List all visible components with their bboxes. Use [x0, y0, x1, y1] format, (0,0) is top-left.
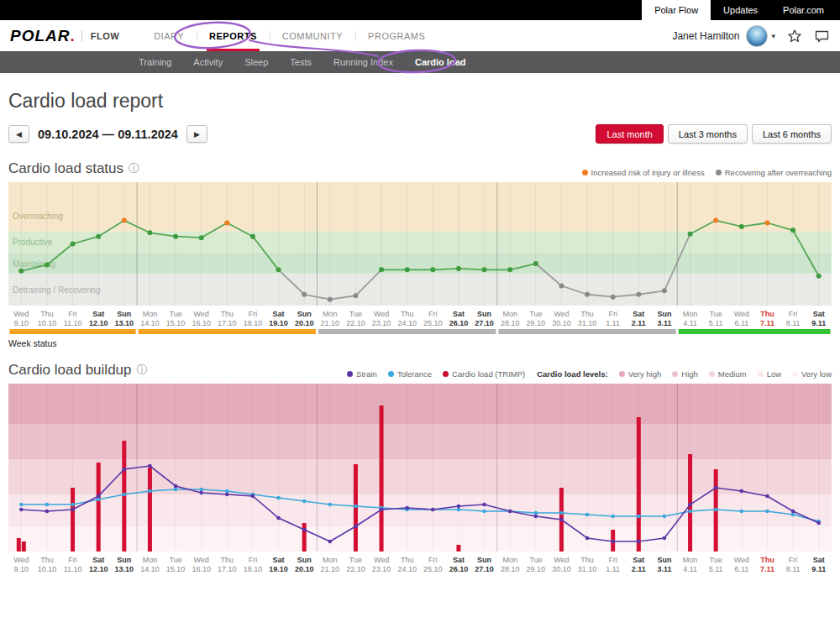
header-right: Janet Hamilton ▾: [672, 20, 830, 51]
last-month-button[interactable]: Last month: [596, 124, 663, 144]
svg-text:Tue: Tue: [710, 556, 722, 564]
svg-text:12.10: 12.10: [89, 565, 108, 573]
legend-item: Very high: [619, 369, 662, 379]
legend-item: Recovering after overreaching: [716, 168, 832, 177]
legend-dot-icon: [709, 371, 715, 377]
svg-text:Overreaching: Overreaching: [13, 212, 63, 221]
svg-text:19.10: 19.10: [269, 565, 288, 573]
nav-programs[interactable]: PROGRAMS: [355, 20, 438, 51]
svg-text:24.10: 24.10: [397, 319, 417, 327]
feedback-chat-icon[interactable]: [814, 29, 830, 44]
subnav-running-index[interactable]: Running Index: [323, 51, 404, 73]
svg-text:22.10: 22.10: [346, 319, 365, 327]
svg-text:Sat: Sat: [453, 310, 465, 318]
status-legend: Increased risk of injury or illnessRecov…: [571, 168, 832, 177]
svg-text:28.10: 28.10: [501, 319, 520, 327]
svg-text:Wed: Wed: [374, 556, 389, 564]
svg-text:14.10: 14.10: [140, 319, 160, 327]
svg-text:Thu: Thu: [760, 310, 774, 318]
svg-text:30.10: 30.10: [552, 319, 571, 327]
subnav-cardio-load[interactable]: Cardio load: [404, 51, 477, 73]
svg-text:10.10: 10.10: [38, 319, 57, 327]
svg-text:Sat: Sat: [813, 310, 825, 318]
svg-text:7.11: 7.11: [760, 565, 774, 573]
legend-dot-icon: [582, 170, 588, 175]
svg-text:6.11: 6.11: [734, 319, 748, 327]
svg-text:7.11: 7.11: [760, 319, 774, 327]
last-3-months-button[interactable]: Last 3 months: [668, 124, 748, 144]
prev-period-button[interactable]: ◀: [8, 125, 29, 143]
legend-label: High: [681, 369, 698, 379]
polar-logo[interactable]: POLAR.: [10, 20, 75, 51]
svg-text:Sat: Sat: [813, 556, 825, 564]
status-title-text: Cardio load status: [8, 160, 123, 177]
legend-label: Very low: [801, 369, 832, 379]
svg-text:Fri: Fri: [68, 310, 77, 318]
divider: [81, 30, 82, 42]
svg-text:29.10: 29.10: [527, 565, 546, 573]
topbar-tab-polar-com[interactable]: Polar.com: [770, 0, 837, 20]
buildup-title-text: Cardio load buildup: [8, 362, 132, 379]
svg-text:28.10: 28.10: [501, 565, 520, 573]
svg-text:Fri: Fri: [428, 556, 438, 564]
svg-text:17.10: 17.10: [218, 319, 237, 327]
svg-text:2.11: 2.11: [632, 565, 646, 573]
legend-label: Medium: [718, 369, 747, 379]
svg-text:Mon: Mon: [683, 310, 698, 318]
subnav-tests[interactable]: Tests: [279, 51, 323, 73]
favorites-star-icon[interactable]: [787, 29, 802, 44]
svg-text:18.10: 18.10: [244, 319, 263, 327]
next-period-button[interactable]: ▶: [186, 125, 207, 143]
svg-text:17.10: 17.10: [218, 565, 237, 573]
svg-text:26.10: 26.10: [449, 319, 469, 327]
svg-text:9.10: 9.10: [14, 565, 29, 573]
nav-diary[interactable]: DIARY: [141, 20, 197, 51]
legend-label: Low: [767, 369, 781, 379]
nav-reports[interactable]: REPORTS: [197, 20, 270, 51]
legend-item: Low: [758, 369, 781, 379]
avatar[interactable]: [746, 25, 768, 47]
polar-flow-app: Polar Flow Updates Polar.com POLAR. FLOW…: [0, 0, 840, 617]
svg-text:30.10: 30.10: [552, 565, 571, 573]
svg-text:9.11: 9.11: [811, 319, 826, 327]
svg-text:4.11: 4.11: [683, 319, 697, 327]
svg-text:2.11: 2.11: [632, 319, 646, 327]
last-6-months-button[interactable]: Last 6 months: [752, 124, 832, 144]
svg-text:31.10: 31.10: [578, 319, 597, 327]
svg-text:1.11: 1.11: [606, 319, 620, 327]
topbar: Polar Flow Updates Polar.com: [0, 0, 840, 20]
status-section-title: Cardio load statusⓘ: [8, 160, 139, 177]
svg-text:Fri: Fri: [428, 310, 438, 318]
info-icon[interactable]: ⓘ: [137, 363, 148, 378]
buildup-section-head: Cardio load buildupⓘ StrainToleranceCard…: [8, 362, 832, 379]
legend-label: Recovering after overreaching: [725, 168, 832, 177]
svg-text:20.10: 20.10: [295, 319, 314, 327]
svg-text:25.10: 25.10: [423, 565, 443, 573]
svg-text:Thu: Thu: [401, 310, 414, 318]
svg-text:12.10: 12.10: [89, 319, 108, 327]
subnav-activity[interactable]: Activity: [182, 51, 234, 73]
buildup-section-title: Cardio load buildupⓘ: [8, 362, 148, 379]
legend-dot-icon: [443, 371, 449, 377]
topbar-tab-updates[interactable]: Updates: [711, 0, 770, 20]
svg-text:11.10: 11.10: [64, 319, 82, 327]
legend-dot-icon: [388, 371, 394, 377]
subnav-sleep[interactable]: Sleep: [234, 51, 279, 73]
user-name[interactable]: Janet Hamilton: [672, 30, 739, 42]
svg-text:31.10: 31.10: [578, 565, 597, 573]
subnav-training[interactable]: Training: [128, 51, 182, 73]
svg-text:9.11: 9.11: [811, 565, 826, 573]
svg-text:Tue: Tue: [169, 556, 181, 564]
nav-community[interactable]: COMMUNITY: [270, 20, 355, 51]
polar-logo-dot: .: [71, 27, 75, 45]
svg-text:5.11: 5.11: [709, 565, 723, 573]
svg-text:14.10: 14.10: [140, 565, 160, 573]
svg-text:Tue: Tue: [169, 310, 181, 318]
svg-text:Sat: Sat: [92, 310, 104, 318]
legend-label: Cardio load (TRIMP): [452, 369, 525, 379]
chevron-down-icon[interactable]: ▾: [771, 32, 775, 40]
svg-text:24.10: 24.10: [397, 565, 417, 573]
topbar-tab-polar-flow[interactable]: Polar Flow: [642, 0, 711, 20]
svg-text:11.10: 11.10: [64, 565, 82, 573]
info-icon[interactable]: ⓘ: [129, 161, 139, 176]
